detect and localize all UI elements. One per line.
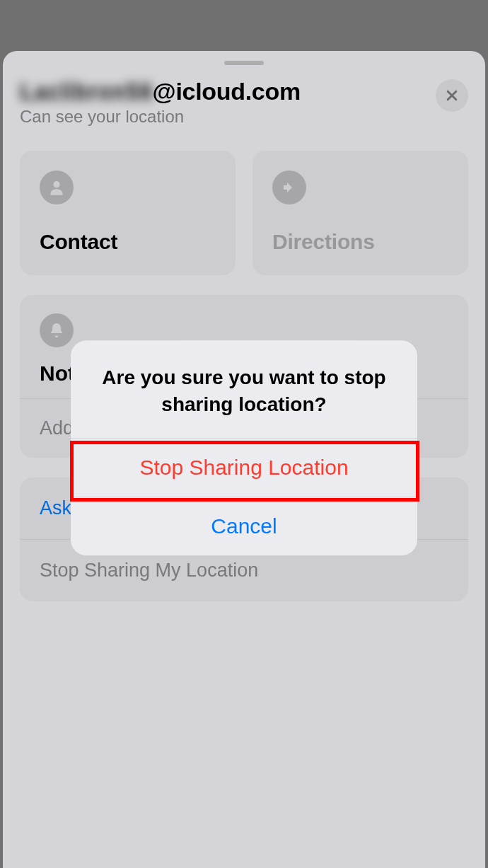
stop-sharing-location-button[interactable]: Stop Sharing Location	[71, 438, 417, 497]
cancel-button[interactable]: Cancel	[71, 497, 417, 555]
confirmation-alert: Are you sure you want to stop sharing lo…	[71, 340, 417, 555]
alert-title: Are you sure you want to stop sharing lo…	[71, 340, 417, 438]
